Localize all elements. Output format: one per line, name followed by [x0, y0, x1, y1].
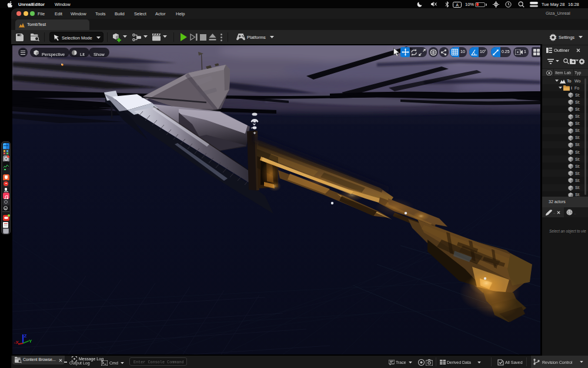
svg-text:Y: Y	[29, 339, 32, 344]
svg-text:Z: Z	[24, 333, 27, 339]
svg-text:-X: -X	[14, 340, 19, 345]
